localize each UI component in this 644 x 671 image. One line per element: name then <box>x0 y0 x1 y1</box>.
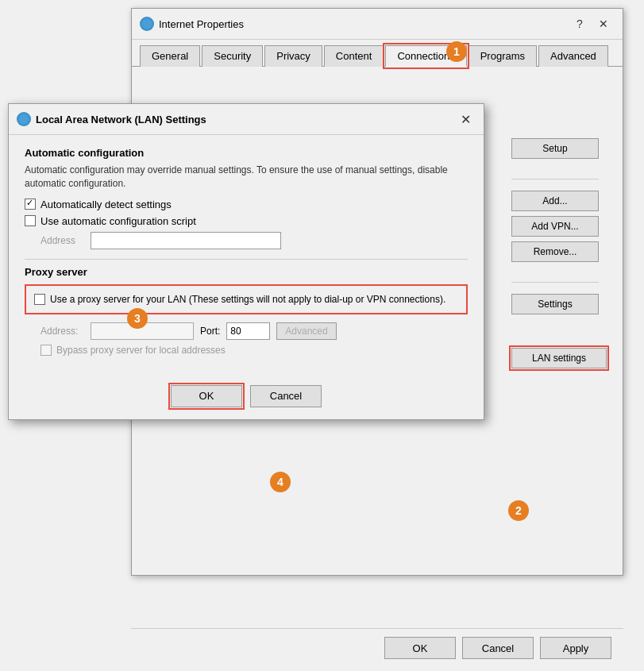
port-input[interactable]: 80 <box>226 322 270 340</box>
auto-config-section: Automatic configuration Automatic config… <box>25 147 468 249</box>
advanced-button[interactable]: Advanced <box>276 322 336 340</box>
bypass-checkbox[interactable] <box>40 345 52 356</box>
auto-address-row: Address <box>40 232 468 249</box>
proxy-address-row: Address: Port: 80 Advanced <box>40 322 468 340</box>
annotation-2: 2 <box>508 500 529 521</box>
annotation-3: 3 <box>127 308 148 329</box>
divider <box>25 259 468 260</box>
proxy-checkbox-box: Use a proxy server for your LAN (These s… <box>25 284 468 314</box>
proxy-header: Proxy server <box>25 266 468 278</box>
tab-advanced[interactable]: Advanced <box>538 45 608 67</box>
auto-detect-row: ✓ Automatically detect settings <box>25 199 468 210</box>
bypass-label: Bypass proxy server for local addresses <box>56 345 226 356</box>
dialog-titlebar: Local Area Network (LAN) Settings ✕ <box>9 104 484 135</box>
dialog-ok-button[interactable]: OK <box>171 385 242 407</box>
dialog-cancel-button[interactable]: Cancel <box>250 385 322 407</box>
ok-footer-button[interactable]: OK <box>384 637 456 659</box>
globe-icon <box>140 17 154 31</box>
cancel-footer-button[interactable]: Cancel <box>462 637 534 659</box>
apply-footer-button[interactable]: Apply <box>540 637 611 659</box>
use-proxy-checkbox[interactable] <box>34 294 45 305</box>
auto-script-checkbox[interactable] <box>25 215 36 226</box>
auto-address-label: Address <box>40 235 84 246</box>
tab-content[interactable]: Content <box>324 45 384 67</box>
window-footer: OK Cancel Apply <box>131 628 623 671</box>
lan-settings-dialog: Local Area Network (LAN) Settings ✕ Auto… <box>8 103 484 420</box>
lan-settings-button[interactable]: LAN settings <box>511 348 607 368</box>
tab-bar: General Security Privacy Content Connect… <box>132 40 623 67</box>
setup-button[interactable]: Setup <box>511 138 599 159</box>
proxy-addr-label: Address: <box>40 326 84 337</box>
use-proxy-label: Use a proxy server for your LAN (These s… <box>50 292 445 307</box>
help-button[interactable]: ? <box>569 15 591 33</box>
tab-general[interactable]: General <box>140 45 200 67</box>
window-title: Internet Properties <box>159 18 244 30</box>
dialog-titlebar-left: Local Area Network (LAN) Settings <box>17 112 206 126</box>
bypass-row: Bypass proxy server for local addresses <box>40 345 468 356</box>
window-titlebar: Internet Properties ? ✕ <box>132 9 623 40</box>
annotation-1: 1 <box>446 41 467 62</box>
auto-detect-checkbox[interactable]: ✓ <box>25 199 36 210</box>
port-label: Port: <box>200 326 220 337</box>
auto-config-desc: Automatic configuration may override man… <box>25 164 468 191</box>
side-buttons: Setup Add... Add VPN... Remove... Settin… <box>511 138 607 368</box>
dialog-title: Local Area Network (LAN) Settings <box>36 114 206 125</box>
auto-config-header: Automatic configuration <box>25 147 468 159</box>
annotation-4: 4 <box>270 472 291 492</box>
auto-script-row: Use automatic configuration script <box>25 215 468 227</box>
dialog-footer: OK Cancel <box>9 376 484 419</box>
settings-button[interactable]: Settings <box>511 294 599 314</box>
dialog-globe-icon <box>17 112 31 126</box>
tab-privacy[interactable]: Privacy <box>264 45 322 67</box>
auto-address-input[interactable] <box>91 232 281 249</box>
titlebar-left: Internet Properties <box>140 17 244 31</box>
remove-button[interactable]: Remove... <box>511 241 599 262</box>
proxy-section: Proxy server Use a proxy server for your… <box>25 266 468 356</box>
titlebar-controls: ? ✕ <box>569 15 615 33</box>
close-button[interactable]: ✕ <box>592 15 615 33</box>
tab-security[interactable]: Security <box>202 45 263 67</box>
dialog-content: Automatic configuration Automatic config… <box>9 135 484 376</box>
add-button[interactable]: Add... <box>511 191 599 211</box>
add-vpn-button[interactable]: Add VPN... <box>511 216 599 237</box>
auto-script-label: Use automatic configuration script <box>40 215 196 227</box>
dialog-close-button[interactable]: ✕ <box>455 110 476 128</box>
auto-detect-label: Automatically detect settings <box>40 199 172 210</box>
tab-programs[interactable]: Programs <box>469 45 537 67</box>
